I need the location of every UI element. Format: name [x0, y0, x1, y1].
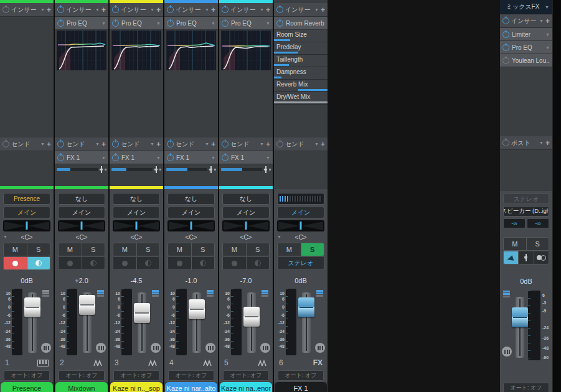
output-select-button[interactable]: メイン: [167, 207, 215, 218]
chevron-down-icon[interactable]: ▼: [545, 5, 549, 9]
chevron-down-icon[interactable]: ▼: [40, 142, 45, 146]
eq-curve-thumbnail[interactable]: [221, 30, 271, 70]
power-icon[interactable]: [2, 6, 9, 13]
pan-value[interactable]: <C>: [113, 233, 160, 241]
fader-db-value[interactable]: 0dB: [500, 276, 552, 287]
pan-value[interactable]: <C>: [167, 233, 215, 241]
add-insert-icon[interactable]: +: [321, 6, 325, 14]
output-select-button[interactable]: メイン: [113, 207, 160, 218]
power-icon[interactable]: [276, 20, 283, 27]
fader-handle[interactable]: [512, 307, 528, 327]
send-slot-row[interactable]: FX 1 ▼: [55, 151, 108, 164]
insert-header[interactable]: インサート ▼ +: [164, 3, 218, 17]
pan-slider[interactable]: [222, 220, 270, 231]
solo-button[interactable]: S: [246, 243, 270, 256]
plugin-param-row[interactable]: Dampness: [274, 67, 328, 80]
monitor-button[interactable]: [246, 257, 270, 269]
monitor-button[interactable]: [27, 257, 50, 269]
chevron-down-icon[interactable]: ▼: [314, 7, 319, 12]
chevron-down-icon[interactable]: ▼: [260, 142, 264, 146]
automation-mode-button[interactable]: オート: オフ: [168, 370, 214, 381]
mute-button[interactable]: M: [59, 243, 82, 256]
chevron-down-icon[interactable]: ▼: [266, 156, 270, 160]
output-select-button[interactable]: メイン: [277, 207, 324, 218]
send-level-slider[interactable]: [221, 168, 262, 171]
pan-value[interactable]: ▼<C>: [277, 233, 324, 241]
input-select-button[interactable]: なし: [222, 193, 270, 205]
stereo-mode-button[interactable]: ステレオ: [503, 194, 549, 204]
automation-mode-button[interactable]: オート: オフ: [503, 383, 549, 392]
output-select-button[interactable]: メイン: [3, 207, 50, 218]
chevron-down-icon[interactable]: ▼: [266, 21, 270, 26]
monitor-button[interactable]: [136, 257, 160, 269]
plugin-param-row[interactable]: Taillength: [274, 55, 328, 67]
add-send-icon[interactable]: +: [266, 141, 270, 148]
send-header[interactable]: センド ▼ +: [110, 138, 163, 151]
power-icon[interactable]: [502, 44, 509, 51]
peak-value-left[interactable]: -∞: [503, 218, 526, 228]
pan-slider[interactable]: [3, 220, 50, 231]
power-icon[interactable]: [57, 141, 64, 147]
insert-header[interactable]: インサート ▼ +: [274, 3, 328, 17]
power-icon[interactable]: [502, 31, 509, 38]
add-send-icon[interactable]: +: [211, 141, 215, 148]
mixfx-header[interactable]: ミックスFX ▼: [500, 0, 552, 14]
metronome-icon-button[interactable]: [518, 251, 533, 264]
speaker-select-button[interactable]: スピーカー (D..ight: [503, 206, 549, 217]
send-header[interactable]: センド ▼ +: [274, 138, 328, 151]
solo-button[interactable]: S: [191, 243, 215, 256]
output-select-button[interactable]: メイン: [58, 207, 105, 218]
layers-icon[interactable]: [316, 290, 323, 292]
monitor-button[interactable]: [191, 257, 215, 269]
plugin-param-row[interactable]: Reverb Mix: [274, 80, 328, 92]
send-fader-icon[interactable]: [209, 166, 213, 173]
chevron-down-icon[interactable]: ▼: [539, 141, 544, 145]
add-send-icon[interactable]: +: [101, 141, 106, 148]
insert-header[interactable]: インサート ▼ +: [55, 3, 108, 17]
send-fader-icon[interactable]: [99, 166, 103, 173]
mute-button[interactable]: M: [168, 243, 191, 256]
insert-plugin-row[interactable]: Youlean Lou..: [500, 54, 552, 67]
power-icon[interactable]: [112, 20, 119, 27]
chevron-down-icon[interactable]: ▼: [211, 21, 215, 26]
mute-button[interactable]: M: [504, 238, 526, 250]
pan-value[interactable]: <C>: [222, 233, 270, 241]
send-slot-row[interactable]: FX 1 ▼: [219, 151, 273, 164]
insert-plugin-row[interactable]: Pro EQ ▼: [55, 17, 108, 30]
power-icon[interactable]: [222, 154, 229, 161]
insert-header[interactable]: インサート ▼ +: [500, 14, 552, 28]
layers-icon[interactable]: [97, 290, 104, 292]
record-arm-button[interactable]: [113, 257, 136, 269]
record-arm-button[interactable]: [59, 257, 82, 269]
add-send-icon[interactable]: +: [47, 141, 51, 148]
input-select-button[interactable]: Presence: [3, 193, 50, 205]
input-select-button[interactable]: なし: [58, 193, 105, 205]
pan-mode-icon[interactable]: [151, 343, 161, 353]
post-header[interactable]: ポスト ▼ +: [500, 136, 552, 150]
send-header[interactable]: センド ▼ +: [219, 138, 273, 151]
pan-mode-icon[interactable]: [205, 343, 215, 353]
add-insert-icon[interactable]: +: [156, 6, 161, 14]
solo-button[interactable]: S: [82, 243, 105, 256]
send-level-slider[interactable]: [57, 168, 98, 171]
layers-icon[interactable]: [503, 291, 510, 292]
insert-header[interactable]: インサート ▼ +: [0, 3, 54, 17]
channel-name[interactable]: Kaze ni nar..alto: [165, 382, 217, 392]
insert-header[interactable]: インサート ▼ +: [110, 3, 163, 17]
chevron-down-icon[interactable]: ▼: [150, 7, 154, 12]
fader-db-value[interactable]: 0dB: [0, 275, 54, 286]
send-header[interactable]: センド ▼ +: [55, 138, 108, 151]
mute-button[interactable]: M: [278, 243, 301, 256]
power-icon[interactable]: [222, 6, 229, 13]
record-arm-button[interactable]: [4, 257, 27, 269]
send-fader-icon[interactable]: [263, 166, 268, 173]
fader-db-value[interactable]: -4.5: [110, 275, 163, 286]
pan-mode-icon[interactable]: [41, 343, 51, 353]
channel-name[interactable]: Kaze ni na..enor: [220, 382, 272, 392]
add-send-icon[interactable]: +: [156, 141, 161, 148]
add-insert-icon[interactable]: +: [101, 6, 106, 14]
add-post-icon[interactable]: +: [545, 139, 550, 147]
peak-value-right[interactable]: -∞: [527, 218, 549, 228]
pan-value[interactable]: <C>: [58, 233, 105, 241]
fader-db-value[interactable]: -7.0: [219, 275, 273, 286]
